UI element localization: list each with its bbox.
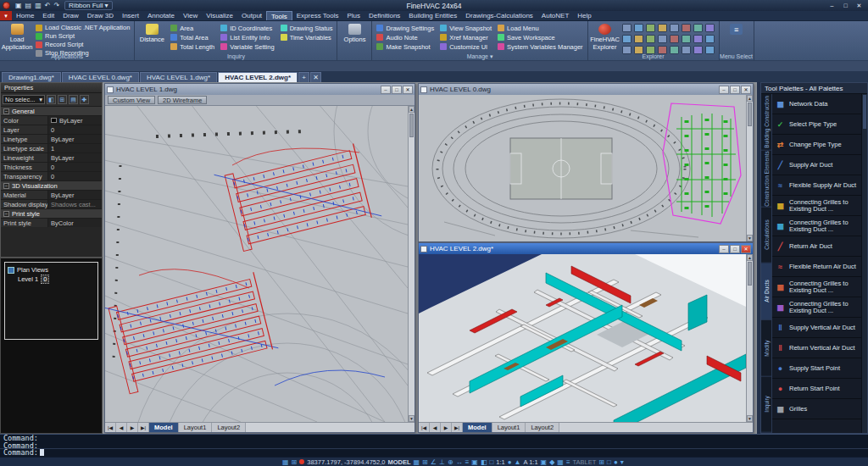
properties-panel-title[interactable]: Properties [1,83,102,93]
next-layout-icon[interactable]: ▶ [441,423,452,432]
total-area-button[interactable]: Total Area [169,33,216,42]
property-row[interactable]: Transparency 0 [1,171,102,180]
property-row[interactable]: Material ByLayer [1,190,102,199]
xref-manager-button[interactable]: Xref Manager [438,33,493,42]
model-tab[interactable]: Model [463,423,492,432]
explorer-tool-icon[interactable] [634,24,643,32]
tab-insert[interactable]: Insert [118,11,143,20]
vertical-scrollbar[interactable]: ▲▼ [746,254,753,422]
palette-tab-inquiry[interactable]: Inquiry [761,376,771,433]
properties-section-general[interactable]: − General [1,106,102,115]
layout2-tab[interactable]: Layout2 [526,423,559,432]
object-snap-icon[interactable]: ⊕ [448,458,453,466]
tab-building-entities[interactable]: Building Entities [404,11,461,20]
doc-tab-hvac-level-2[interactable]: HVAC LEVEL 2.dwg* [218,72,298,82]
palette-tab-modify[interactable]: Modify [761,320,771,377]
explorer-tool-icon[interactable] [705,24,715,32]
palette-item-connecting-grilles-4[interactable]: ▦Connecting Grilles to Existing Duct ... [772,297,861,318]
tab-annotate[interactable]: Annotate [143,11,179,20]
layout2-tab[interactable]: Layout2 [212,423,246,432]
make-snapshot-button[interactable]: Make Snapshot [375,42,436,51]
palette-item-select-pipe-type[interactable]: ✓Select Pipe Type [772,114,861,135]
window-minimize-button[interactable]: – [719,86,729,94]
options-button[interactable]: Options [340,23,369,53]
tab-definitions[interactable]: Definitions [364,11,404,20]
workspace-switch-icon[interactable]: ▣ [541,458,548,466]
run-script-button[interactable]: Run Script [34,32,131,40]
explorer-tool-icon[interactable] [634,35,643,43]
close-button[interactable]: ✕ [853,1,865,10]
custom-view-button[interactable]: Custom View [108,96,155,104]
select-objects-icon[interactable]: ⊞ [58,95,67,104]
window-maximize-button[interactable]: □ [392,86,402,94]
customization-menu-icon[interactable]: ▾ [620,458,624,466]
layout1-tab[interactable]: Layout1 [179,423,213,432]
tab-output[interactable]: Output [237,11,266,20]
group-label-manage[interactable]: Manage ▾ [372,53,587,60]
annotation-monitor-icon[interactable]: ◆ [549,458,554,466]
maximize-button[interactable]: □ [839,1,852,10]
palette-item-return-vertical-air-duct[interactable]: ‖Return Vertical Air Duct [772,338,861,358]
window-close-button[interactable]: ✕ [741,86,751,94]
window-titlebar[interactable]: HVAC LEVEL 2.dwg* – □ ✕ [419,243,753,254]
first-layout-icon[interactable]: |◀ [419,423,430,432]
app-logo-icon[interactable] [3,2,10,9]
palette-item-supply-air-duct[interactable]: ╱Supply Air Duct [772,155,861,175]
tablet-toggle[interactable]: TABLET [573,458,597,466]
ortho-mode-icon[interactable]: ⊥ [439,458,445,466]
tab-edit[interactable]: Edit [38,11,58,20]
prev-layout-icon[interactable]: ◀ [116,423,127,432]
window-minimize-button[interactable]: – [719,245,729,253]
property-row[interactable]: Color ByLayer [1,115,102,125]
tab-express-tools[interactable]: Express Tools [292,11,343,20]
autoscale-icon[interactable]: ▲ [515,458,521,466]
cursor-coordinates[interactable]: 38377.1797, -37894.4752,0 [307,458,385,466]
system-variables-manager-button[interactable]: System Variables Manager [496,42,584,51]
layout1-tab[interactable]: Layout1 [492,423,526,432]
redo-icon[interactable]: ↷ [53,0,59,11]
doc-tab-drawing1[interactable]: Drawing1.dwg* [2,72,61,82]
transparency-icon[interactable]: ▣ [471,458,478,466]
drawing-canvas-level-0[interactable] [419,95,746,241]
customize-ui-button[interactable]: Customize UI [438,42,493,51]
plan-views-level-item[interactable]: Level 1 0 [18,275,95,284]
property-row[interactable]: Linetype ByLayer [1,134,102,143]
last-layout-icon[interactable]: ▶| [138,423,149,432]
explorer-tool-icon[interactable] [693,24,703,32]
explorer-tool-icon[interactable] [705,35,715,43]
properties-section-print-style[interactable]: − Print style [1,208,102,218]
palette-scrollbar[interactable] [861,94,867,433]
grid-toggle-icon[interactable]: ▦ [282,458,289,466]
snap-toggle-icon[interactable]: ⊞ [292,458,298,466]
drawing-settings-button[interactable]: Drawing Settings [375,24,436,32]
window-minimize-button[interactable]: – [381,86,391,94]
quick-select-icon[interactable]: ▤ [69,95,78,104]
isolate-objects-icon[interactable]: □ [607,458,611,466]
model-space-button[interactable]: MODEL [387,458,410,466]
palette-item-connecting-grilles-2[interactable]: ▦Connecting Grilles to Existing Duct ... [772,216,861,236]
window-maximize-button[interactable]: □ [730,86,740,94]
palette-item-connecting-grilles-3[interactable]: ▦Connecting Grilles to Existing Duct ... [772,277,861,297]
add-selection-icon[interactable]: ✚ [80,95,89,104]
window-titlebar[interactable]: HVAC LEVEL 0.dwg – □ ✕ [419,84,753,95]
palette-tab-air-ducts[interactable]: Air Ducts [761,264,771,320]
explorer-tool-icon[interactable] [622,24,632,32]
palette-item-flexible-return-air-duct[interactable]: ≈Flexible Return Air Duct [772,257,861,277]
palette-item-flexible-supply-air-duct[interactable]: ≈Flexible Supply Air Duct [772,175,861,196]
tab-visualize[interactable]: Visualize [202,11,237,20]
print-icon[interactable]: ▥ [35,0,42,11]
last-layout-icon[interactable]: ▶| [452,423,463,432]
tab-view[interactable]: View [179,11,202,20]
window-close-button[interactable]: ✕ [403,86,413,94]
property-row[interactable]: Thickness 0 [1,162,102,171]
palette-item-supply-start-point[interactable]: ●Supply Start Point [772,358,861,379]
minimize-button[interactable]: – [826,1,838,10]
doc-tab-hvac-level-0[interactable]: HVAC LEVEL 0.dwg* [62,72,139,82]
toggle-pickadd-icon[interactable]: ◧ [47,95,56,104]
app-menu-icon[interactable]: ▼ [0,11,12,20]
wireframe-mode-button[interactable]: 2D Wireframe [158,96,207,104]
quick-properties-icon[interactable]: ≡ [566,458,570,466]
distance-button[interactable]: Distance [137,23,166,53]
window-close-button[interactable]: ✕ [741,245,751,253]
vertical-scrollbar[interactable]: ▲▼ [746,95,753,241]
